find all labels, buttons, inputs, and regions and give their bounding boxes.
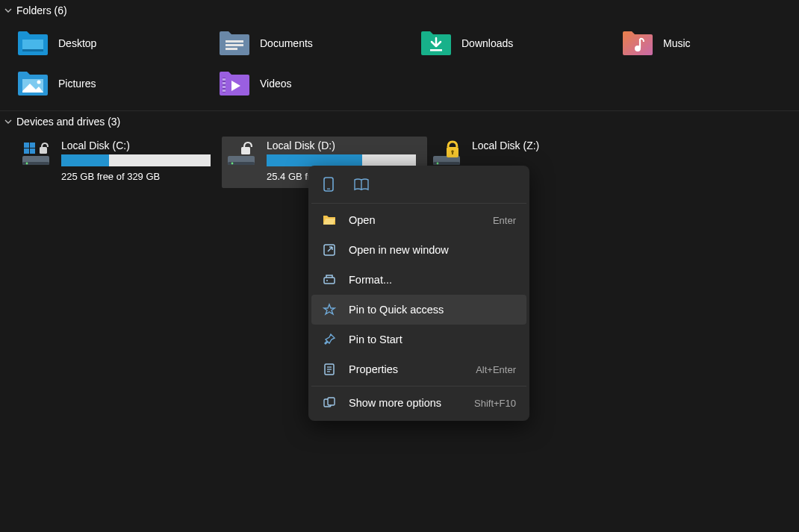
svg-rect-4 <box>226 48 237 50</box>
menu-shortcut: Shift+F10 <box>474 398 516 409</box>
phone-link-icon[interactable] <box>320 176 337 193</box>
svg-rect-13 <box>223 90 226 92</box>
properties-icon <box>322 362 337 377</box>
context-menu-pin-start[interactable]: Pin to Start <box>311 325 526 354</box>
star-icon <box>322 302 337 317</box>
disk-fill <box>61 154 109 166</box>
drive-title: Local Disk (C:) <box>61 140 216 151</box>
context-menu-open-new-window[interactable]: Open in new window <box>311 235 526 265</box>
menu-label: Pin to Quick access <box>349 304 516 316</box>
svg-rect-17 <box>24 143 29 148</box>
folder-label: Videos <box>260 78 292 90</box>
menu-shortcut: Enter <box>493 215 516 226</box>
menu-shortcut: Alt+Enter <box>476 364 516 375</box>
svg-rect-19 <box>24 148 29 154</box>
more-options-icon <box>322 395 337 410</box>
devices-section-header[interactable]: Devices and drives (3) <box>0 111 799 132</box>
drive-title: Local Disk (Z:) <box>472 140 585 151</box>
pictures-folder-icon <box>16 70 49 97</box>
svg-rect-25 <box>241 147 250 154</box>
folder-pictures[interactable]: Pictures <box>16 70 218 97</box>
drive-windows-icon <box>19 140 54 169</box>
drive-c[interactable]: Local Disk (C:) 225 GB free of 329 GB <box>16 137 222 188</box>
context-menu-properties[interactable]: Properties Alt+Enter <box>311 354 526 384</box>
svg-point-28 <box>437 163 439 165</box>
folders-header-label: Folders (6) <box>16 4 67 16</box>
svg-rect-2 <box>226 40 243 43</box>
disk-usage-bar <box>267 154 416 166</box>
svg-rect-12 <box>223 86 226 88</box>
context-menu-separator <box>311 203 526 204</box>
folder-documents[interactable]: Documents <box>218 30 420 57</box>
svg-point-16 <box>26 163 28 165</box>
chevron-down-icon <box>3 116 13 127</box>
pin-icon <box>322 332 337 347</box>
svg-rect-1 <box>22 49 43 51</box>
svg-rect-35 <box>324 278 335 284</box>
svg-rect-33 <box>327 189 330 190</box>
svg-rect-5 <box>430 49 442 51</box>
menu-label: Pin to Start <box>349 334 516 345</box>
folder-downloads[interactable]: Downloads <box>420 30 621 57</box>
folder-label: Desktop <box>58 37 96 49</box>
desktop-folder-icon <box>16 30 49 57</box>
svg-point-24 <box>231 163 234 165</box>
svg-rect-3 <box>226 44 243 46</box>
folders-grid: Desktop Documents Downloads <box>0 21 799 110</box>
folder-videos[interactable]: Videos <box>218 70 420 97</box>
folder-music[interactable]: Music <box>621 30 799 57</box>
svg-rect-20 <box>30 148 35 154</box>
format-icon <box>322 272 337 287</box>
drive-title: Local Disk (D:) <box>267 140 421 151</box>
svg-point-6 <box>635 46 641 51</box>
context-menu-show-more[interactable]: Show more options Shift+F10 <box>311 388 526 418</box>
folder-label: Downloads <box>461 37 513 49</box>
documents-folder-icon <box>218 30 251 57</box>
context-menu-open[interactable]: Open Enter <box>311 205 526 235</box>
open-folder-icon <box>322 213 337 228</box>
disk-usage-bar <box>61 154 211 166</box>
folder-desktop[interactable]: Desktop <box>16 30 218 57</box>
drive-unlocked-icon <box>225 140 259 169</box>
svg-rect-42 <box>328 398 335 405</box>
context-menu-format[interactable]: Format... <box>311 265 526 295</box>
downloads-folder-icon <box>420 30 453 57</box>
chevron-down-icon <box>3 5 13 16</box>
svg-rect-31 <box>452 151 453 154</box>
devices-header-label: Devices and drives (3) <box>16 116 120 128</box>
svg-rect-18 <box>30 143 35 148</box>
svg-rect-21 <box>40 147 47 154</box>
menu-label: Properties <box>349 363 464 375</box>
context-menu-top-row <box>311 170 526 201</box>
new-window-icon <box>322 242 337 257</box>
disk-fill <box>267 154 362 166</box>
svg-rect-11 <box>223 82 226 84</box>
folders-section-header[interactable]: Folders (6) <box>0 0 799 21</box>
context-menu-separator <box>311 386 526 387</box>
svg-rect-10 <box>223 78 226 81</box>
menu-label: Open <box>349 214 481 226</box>
menu-label: Show more options <box>349 397 462 409</box>
svg-point-36 <box>326 280 328 281</box>
menu-label: Format... <box>349 274 516 286</box>
context-menu: Open Enter Open in new window Format... … <box>308 166 529 421</box>
menu-label: Open in new window <box>349 244 516 256</box>
context-menu-pin-quick-access[interactable]: Pin to Quick access <box>311 295 526 325</box>
folder-label: Music <box>663 37 691 49</box>
folder-label: Documents <box>260 37 313 49</box>
drive-locked-icon <box>430 140 464 169</box>
book-icon[interactable] <box>353 176 370 193</box>
svg-point-8 <box>37 81 41 84</box>
folder-label: Pictures <box>58 78 96 90</box>
music-folder-icon <box>621 30 654 57</box>
drive-subtext: 225 GB free of 329 GB <box>61 171 216 182</box>
videos-folder-icon <box>218 70 251 97</box>
